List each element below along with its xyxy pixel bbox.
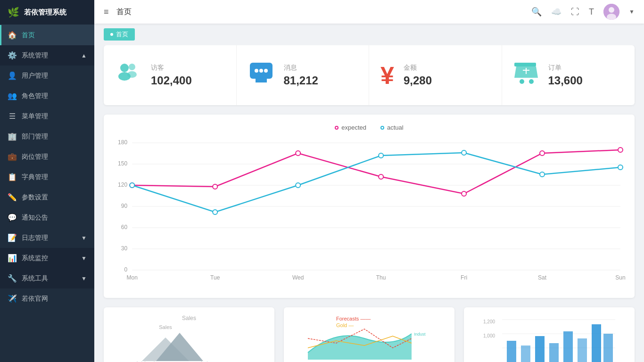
svg-point-8 — [255, 69, 258, 73]
avatar-dropdown-arrow[interactable]: ▼ — [629, 8, 635, 15]
param-icon: ✏️ — [8, 193, 17, 202]
svg-text:180: 180 — [118, 139, 127, 146]
sidebar-item-system[interactable]: ⚙️ 系统管理 ▲ — [0, 45, 94, 66]
messages-icon — [248, 61, 274, 90]
sidebar-item-monitor[interactable]: 📊 系统监控 ▼ — [0, 248, 94, 268]
sidebar-item-label: 系统监控 — [22, 254, 76, 263]
svg-rect-72 — [592, 324, 601, 362]
logo-text: 若依管理系统 — [24, 8, 66, 17]
svg-text:1,000: 1,000 — [483, 333, 495, 338]
svg-point-41 — [296, 151, 300, 156]
svg-text:60: 60 — [121, 224, 128, 230]
dept-icon: 🏢 — [8, 132, 17, 141]
sidebar-item-label: 参数设置 — [22, 193, 87, 202]
sidebar-item-dict[interactable]: 📋 字典管理 — [0, 167, 94, 187]
system-icon: ⚙️ — [8, 51, 17, 60]
stat-label-messages: 消息 — [284, 64, 318, 72]
svg-point-42 — [379, 174, 383, 179]
chevron-down-icon: ▼ — [81, 275, 87, 282]
fullscreen-icon[interactable]: ⛶ — [571, 7, 579, 17]
sidebar-item-label: 系统管理 — [22, 51, 76, 60]
bottom-chart-pie: Sales Sales Administration Marketing — [104, 307, 274, 362]
sidebar-logo[interactable]: 🌿 若依管理系统 — [0, 0, 94, 25]
breadcrumb[interactable]: 首页 — [104, 28, 135, 41]
sidebar-item-label: 通知公告 — [22, 214, 87, 222]
svg-point-5 — [129, 64, 135, 70]
sidebar-item-tools[interactable]: 🔧 系统工具 ▼ — [0, 268, 94, 288]
svg-text:1,200: 1,200 — [483, 319, 495, 324]
svg-point-1 — [609, 7, 614, 13]
sidebar-item-role[interactable]: 👥 角色管理 — [0, 86, 94, 106]
svg-point-6 — [127, 71, 137, 78]
sidebar-item-label: 用户管理 — [22, 72, 87, 80]
line-chart-container: expected actual 180 150 120 90 60 30 0 — [104, 115, 635, 298]
svg-text:Gold —: Gold — — [336, 322, 354, 328]
notice-icon: 💬 — [8, 213, 17, 222]
sidebar-item-post[interactable]: 💼 岗位管理 — [0, 147, 94, 167]
stat-info-messages: 消息 81,212 — [284, 64, 318, 87]
svg-text:Indust: Indust — [414, 332, 426, 337]
sidebar-item-log[interactable]: 📝 日志管理 ▼ — [0, 228, 94, 248]
chevron-down-icon: ▼ — [81, 235, 87, 241]
stat-value-orders: 13,600 — [548, 74, 583, 87]
legend-expected: expected — [335, 124, 366, 131]
svg-point-50 — [462, 150, 466, 155]
stat-value-visitors: 102,400 — [151, 74, 192, 87]
svg-point-43 — [462, 191, 466, 196]
svg-point-45 — [618, 148, 623, 152]
bottom-chart-line2: Forecasts —— Gold — Indust — [284, 307, 454, 362]
svg-text:Tue: Tue — [210, 274, 220, 281]
sidebar-item-dept[interactable]: 🏢 部门管理 — [0, 126, 94, 147]
bottom-chart-bar: 1,200 1,000 — [464, 307, 635, 362]
sidebar-item-user[interactable]: 👤 用户管理 — [0, 66, 94, 86]
sidebar-item-home[interactable]: 🏠 首页 — [0, 25, 94, 45]
svg-point-52 — [618, 165, 623, 170]
sidebar-item-label: 菜单管理 — [22, 112, 87, 121]
orders-icon — [513, 61, 539, 90]
svg-text:Forecasts ——: Forecasts —— — [336, 316, 371, 321]
sidebar: 🌿 若依管理系统 🏠 首页 ⚙️ 系统管理 ▲ 👤 用户管理 👥 角色管理 ☰ … — [0, 0, 94, 362]
svg-point-46 — [130, 183, 134, 188]
sidebar-item-website[interactable]: ✈️ 若依官网 — [0, 288, 94, 309]
sidebar-item-param[interactable]: ✏️ 参数设置 — [0, 187, 94, 207]
svg-text:90: 90 — [121, 203, 128, 209]
header: ≡ 首页 🔍 ☁️ ⛶ T ▼ — [94, 0, 644, 24]
chevron-down-icon: ▼ — [81, 255, 87, 262]
svg-text:Sat: Sat — [538, 274, 547, 281]
stat-info-orders: 订单 13,600 — [548, 64, 583, 87]
svg-point-10 — [264, 69, 268, 73]
svg-rect-13 — [514, 63, 518, 66]
cloud-upload-icon[interactable]: ☁️ — [551, 7, 561, 17]
sidebar-item-label: 日志管理 — [22, 234, 76, 242]
avatar[interactable] — [603, 4, 619, 20]
search-icon[interactable]: 🔍 — [531, 7, 542, 17]
font-icon[interactable]: T — [589, 7, 594, 17]
svg-text:0: 0 — [124, 266, 127, 273]
svg-point-40 — [213, 184, 217, 189]
bottom-charts: Sales Sales Administration Marketing For… — [104, 307, 635, 362]
sidebar-item-menu[interactable]: ☰ 菜单管理 — [0, 106, 94, 126]
sidebar-item-label: 若依官网 — [22, 295, 87, 303]
svg-point-47 — [213, 210, 217, 214]
breadcrumb-bar: 首页 — [94, 24, 644, 45]
stat-card-messages: 消息 81,212 — [237, 45, 370, 105]
legend-actual: actual — [380, 124, 404, 131]
breadcrumb-dot — [110, 33, 113, 36]
svg-rect-71 — [578, 338, 587, 362]
hamburger-icon[interactable]: ≡ — [104, 7, 109, 17]
sidebar-item-label: 首页 — [22, 31, 87, 40]
sidebar-item-label: 岗位管理 — [22, 153, 87, 161]
svg-rect-69 — [549, 343, 559, 362]
svg-point-14 — [520, 79, 524, 84]
svg-text:120: 120 — [118, 181, 127, 188]
dict-icon: 📋 — [8, 173, 17, 181]
sidebar-item-notice[interactable]: 💬 通知公告 — [0, 207, 94, 228]
svg-text:Sun: Sun — [615, 274, 625, 281]
stat-label-visitors: 访客 — [151, 64, 192, 72]
stat-card-orders: 订单 13,600 — [502, 45, 635, 105]
sidebar-item-label: 部门管理 — [22, 132, 87, 141]
logo-icon: 🌿 — [8, 7, 19, 18]
role-icon: 👥 — [8, 91, 17, 100]
log-icon: 📝 — [8, 233, 17, 242]
svg-point-3 — [120, 64, 129, 72]
